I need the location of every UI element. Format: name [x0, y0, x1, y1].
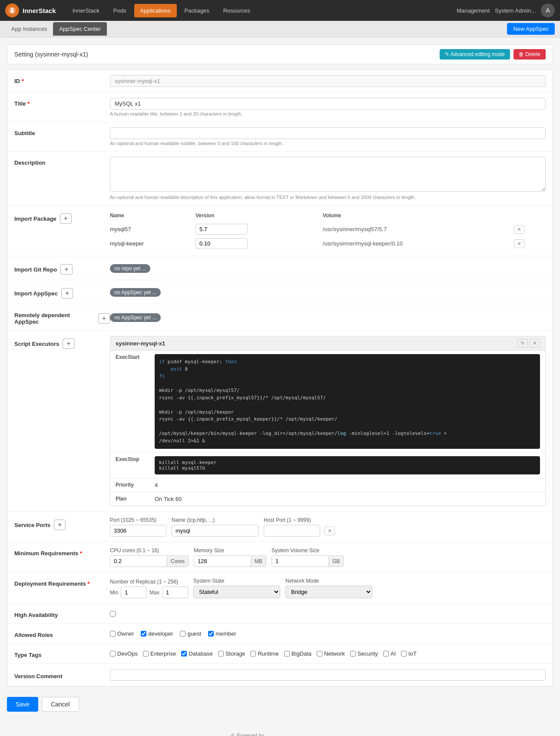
net-mode-select[interactable]: Bridge Host NAT	[285, 586, 372, 598]
pkg-remove-1[interactable]: ✕	[514, 239, 524, 248]
role-member-checkbox[interactable]	[208, 631, 214, 637]
tag-ai: AI	[383, 650, 396, 657]
replicas-max-input[interactable]	[162, 587, 188, 598]
allowed-roles-label: Allowed Roles	[14, 629, 110, 638]
tag-security-checkbox[interactable]	[350, 651, 356, 656]
new-appspec-button[interactable]: New AppSpec	[507, 23, 555, 35]
pkg-version-1[interactable]	[196, 238, 248, 249]
port-remove-button[interactable]: ✕	[325, 527, 335, 535]
version-comment-label: Version Comment	[14, 670, 110, 680]
sys-state-select[interactable]: Stateful Stateless	[193, 586, 280, 598]
nav-innerstack[interactable]: InnerStack	[66, 4, 106, 17]
import-appspec-add-button[interactable]: +	[61, 288, 73, 298]
tag-storage-checkbox[interactable]	[218, 651, 224, 656]
mem-label: Memory Size	[194, 547, 266, 554]
description-input[interactable]	[110, 157, 546, 192]
plan-label: Plan	[110, 492, 149, 506]
tag-devops: DevOps	[110, 650, 138, 657]
tag-enterprise-checkbox[interactable]	[143, 651, 149, 656]
service-ports-add-button[interactable]: +	[54, 520, 66, 530]
high-avail-row: High Availability	[7, 604, 553, 624]
pkg-col-name: Name	[110, 211, 196, 222]
tag-runtime: Runtime	[250, 650, 278, 657]
mem-input[interactable]	[194, 556, 251, 567]
executor-edit-button[interactable]: ✎	[517, 339, 528, 348]
tag-iot-checkbox[interactable]	[401, 651, 407, 656]
high-avail-label: High Availability	[14, 609, 110, 618]
page-footer: 🖨 Powered by InnerStack 🐞 Bug Report ℹ A…	[0, 726, 560, 736]
import-package-add-button[interactable]: +	[60, 213, 72, 224]
import-appspec-row: Import AppSpec + no AppSpec yet ...	[7, 280, 553, 304]
executor-remove-button[interactable]: ✕	[530, 339, 540, 348]
role-owner-checkbox[interactable]	[110, 631, 116, 637]
remotely-dep-badge: no AppSpec yet ...	[110, 313, 161, 322]
tag-database-checkbox[interactable]	[181, 651, 187, 656]
title-label: Title *	[14, 98, 110, 107]
role-owner: Owner	[110, 630, 134, 637]
subtitle-input[interactable]	[110, 127, 546, 139]
port-input[interactable]	[110, 525, 166, 537]
tag-runtime-checkbox[interactable]	[250, 651, 256, 656]
cpu-input[interactable]	[110, 556, 167, 567]
setting-header: Setting (sysinner-mysql-x1) ✎ Advanced e…	[7, 44, 553, 64]
tab-app-instances[interactable]: App Instances	[5, 22, 53, 36]
avatar[interactable]: A	[541, 3, 555, 17]
replicas-min-input[interactable]	[121, 587, 147, 598]
trash-icon: 🗑	[519, 51, 525, 57]
tag-bigdata-checkbox[interactable]	[284, 651, 290, 656]
tag-iot: IoT	[401, 650, 417, 657]
import-git-label: Import Git Repo +	[14, 262, 110, 275]
script-exec-add-button[interactable]: +	[63, 338, 74, 349]
import-git-badge: no repo yet ...	[110, 264, 150, 273]
form-card: ID * Title * A human readable title, bet…	[7, 70, 553, 686]
role-member-label: member	[215, 630, 236, 637]
cancel-button[interactable]: Cancel	[42, 697, 79, 712]
tag-ai-checkbox[interactable]	[383, 651, 389, 656]
net-mode-label: Network Mode	[285, 578, 372, 584]
import-git-add-button[interactable]: +	[60, 264, 72, 275]
tag-devops-checkbox[interactable]	[110, 651, 116, 656]
type-tags-label: Type Tags	[14, 649, 110, 658]
port-name-input[interactable]	[172, 525, 258, 537]
tab-appspec-center[interactable]: AppSpec Center	[53, 22, 106, 36]
sys-vol-input[interactable]	[272, 556, 328, 567]
pkg-name-0: mysql57	[110, 222, 196, 236]
role-developer-checkbox[interactable]	[141, 631, 146, 637]
form-actions: Save Cancel	[7, 690, 553, 719]
high-avail-checkbox[interactable]	[110, 611, 116, 617]
nav-pods[interactable]: Pods	[107, 4, 133, 17]
brand[interactable]: InnerStack	[5, 3, 56, 17]
save-button[interactable]: Save	[7, 697, 38, 712]
min-req-row: Minimum Requirements * CPU cores (0.1 ~ …	[7, 542, 553, 573]
advanced-editing-button[interactable]: ✎ Advanced editing mode	[440, 49, 510, 60]
nav-resources[interactable]: Resources	[217, 4, 256, 17]
import-package-label: Import Package +	[14, 211, 110, 224]
service-ports-row: Service Ports + Port (1025 ~ 65535) Name…	[7, 512, 553, 542]
tag-bigdata: BigData	[284, 650, 311, 657]
import-package-table: Name Version Volume mysql57 /usr/sysinne…	[110, 211, 546, 251]
nav-applications[interactable]: Applications	[134, 4, 177, 17]
nav-packages[interactable]: Packages	[179, 4, 215, 17]
pkg-remove-0[interactable]: ✕	[514, 225, 524, 234]
nav-user[interactable]: System Admin...	[495, 7, 536, 14]
nav-management[interactable]: Management	[457, 7, 490, 14]
port-host-input[interactable]	[264, 525, 320, 537]
id-input[interactable]	[110, 75, 546, 87]
brand-logo	[5, 3, 19, 17]
remotely-dep-add-button[interactable]: +	[98, 313, 110, 324]
role-guest-checkbox[interactable]	[180, 631, 186, 637]
remotely-dep-row: Remotely dependent AppSpec + no AppSpec …	[7, 304, 553, 331]
depl-req-row: Deployment Requirements * Number of Repl…	[7, 573, 553, 604]
exec-stop-label: ExecStop	[110, 453, 149, 478]
exec-stop-code: killall mysql-keeper killall mysql57d	[155, 456, 540, 474]
import-package-row: Import Package + Name Version Volume	[7, 206, 553, 256]
remotely-dep-label: Remotely dependent AppSpec +	[14, 309, 110, 325]
roles-row: Owner developer guest member	[110, 630, 546, 637]
pkg-version-0[interactable]	[196, 224, 248, 235]
priority-label: Priority	[110, 478, 149, 492]
title-input[interactable]	[110, 98, 546, 109]
tag-network-checkbox[interactable]	[317, 651, 322, 656]
version-comment-input[interactable]	[110, 669, 546, 681]
port-col2-label: Name (tcp,http, ...)	[172, 517, 258, 523]
delete-button[interactable]: 🗑 Delete	[514, 49, 546, 60]
